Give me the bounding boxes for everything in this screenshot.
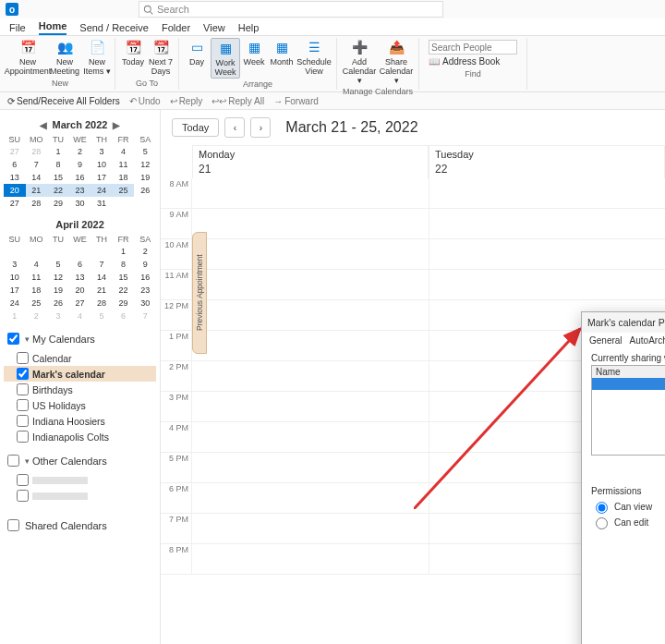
calendar-item-calendar[interactable]: Calendar xyxy=(4,350,156,366)
work-week-view-button[interactable]: ▦Work Week xyxy=(211,38,240,79)
calendar-item-birthdays[interactable]: Birthdays xyxy=(4,382,156,397)
dialog-tab-autoarchive[interactable]: AutoArchive xyxy=(630,335,665,347)
calendar-item-redacted-2[interactable] xyxy=(4,488,156,504)
mini-calendar-march[interactable]: SUMOTUWETHFRSA27281234567891011121314151… xyxy=(4,134,156,210)
reply-button[interactable]: ↩ Reply xyxy=(170,96,203,106)
send-receive-all-button[interactable]: ⟳ Send/Receive All Folders xyxy=(7,96,120,106)
forward-button[interactable]: → Forward xyxy=(273,96,319,106)
address-book-button[interactable]: 📖Address Book xyxy=(429,56,517,67)
ribbon: 📅New Appointment 👥New Meeting 📄New Items… xyxy=(0,35,665,92)
undo-button[interactable]: ↶ Undo xyxy=(129,96,161,106)
svg-line-1 xyxy=(151,11,153,14)
today-icon: 📆 xyxy=(125,40,141,56)
sharing-list[interactable]: NamePermission Level Can view xyxy=(591,365,665,456)
add-calendar-button[interactable]: ➕Add Calendar ▾ xyxy=(341,38,378,86)
month-view-button[interactable]: ▦Month xyxy=(268,38,296,67)
month-title-1: March 2022 xyxy=(53,119,108,130)
search-icon xyxy=(143,5,153,15)
tab-home[interactable]: Home xyxy=(39,20,67,35)
ribbon-tabs: File Home Send / Receive Folder View Hel… xyxy=(0,18,665,35)
meeting-icon: 👥 xyxy=(56,40,73,56)
reply-all-button[interactable]: ↩↩ Reply All xyxy=(212,96,264,106)
search-people-input[interactable] xyxy=(429,40,517,55)
can-view-radio[interactable]: Can view xyxy=(591,499,665,514)
day-icon: ▭ xyxy=(188,40,205,56)
day-column[interactable]: Monday21 xyxy=(192,145,429,178)
tab-file[interactable]: File xyxy=(9,22,26,35)
day-column[interactable]: Tuesday22 xyxy=(429,145,665,178)
titlebar: o Search xyxy=(0,0,665,18)
add-calendar-icon: ➕ xyxy=(351,40,368,56)
can-edit-radio[interactable]: Can edit xyxy=(591,515,665,529)
schedule-view-button[interactable]: ☰Schedule View xyxy=(296,38,332,77)
calendar-item-us-holidays[interactable]: US Holidays xyxy=(4,397,156,413)
book-icon: 📖 xyxy=(429,56,440,67)
work-week-icon: ▦ xyxy=(217,41,234,57)
svg-point-0 xyxy=(144,6,151,12)
next7-button[interactable]: 📆Next 7 Days xyxy=(147,38,175,77)
quick-action-bar: ⟳ Send/Receive All Folders ↶ Undo ↩ Repl… xyxy=(0,92,665,110)
today-button[interactable]: 📆Today xyxy=(119,38,147,67)
calendar-item-marks[interactable]: Mark's calendar xyxy=(4,366,156,382)
prev-month-button[interactable]: ◀ xyxy=(40,120,47,130)
mini-calendar-april[interactable]: SUMOTUWETHFRSA12345678910111213141516171… xyxy=(4,234,156,322)
tab-view[interactable]: View xyxy=(203,22,225,35)
week-view-icon: ▦ xyxy=(246,40,262,56)
share-calendar-button[interactable]: 📤Share Calendar ▾ xyxy=(378,38,415,86)
sharing-label: Currently sharing with: xyxy=(591,353,665,363)
my-calendars-header[interactable]: ▾My Calendars xyxy=(4,330,156,347)
sidebar: ◀March 2022▶ SUMOTUWETHFRSA2728123456789… xyxy=(0,110,161,644)
tab-send-receive[interactable]: Send / Receive xyxy=(79,22,149,35)
shared-calendars-header[interactable]: Shared Calendars xyxy=(4,516,156,534)
new-appointment-button[interactable]: 📅New Appointment xyxy=(9,38,46,77)
share-icon: 📤 xyxy=(388,40,405,56)
prev-period-button[interactable]: ‹ xyxy=(224,117,245,138)
schedule-icon: ☰ xyxy=(306,40,322,56)
calendar-item-colts[interactable]: Indianapolis Colts xyxy=(4,429,156,444)
items-icon: 📄 xyxy=(89,40,105,56)
month-title-2: April 2022 xyxy=(55,219,104,230)
next-period-button[interactable]: › xyxy=(250,117,271,138)
permissions-label: Permissions xyxy=(591,486,665,496)
day-view-button[interactable]: ▭Day xyxy=(183,38,211,67)
outlook-icon: o xyxy=(6,3,18,16)
tab-help[interactable]: Help xyxy=(238,22,260,35)
calendar-item-hoosiers[interactable]: Indiana Hoosiers xyxy=(4,413,156,429)
next-month-button[interactable]: ▶ xyxy=(113,120,120,130)
previous-appointment-tab[interactable]: Previous Appointment xyxy=(192,232,207,354)
month-icon: ▦ xyxy=(273,40,290,56)
go-today-button[interactable]: Today xyxy=(172,118,219,137)
sharing-row-selected[interactable]: Can view xyxy=(592,378,665,390)
properties-dialog: Mark's calendar Properties✕ General Auto… xyxy=(581,311,665,644)
date-range-title: March 21 - 25, 2022 xyxy=(285,119,417,136)
new-items-button[interactable]: 📄New Items ▾ xyxy=(83,38,111,77)
calendar-main: Today ‹ › March 21 - 25, 2022 Monday21Tu… xyxy=(161,110,665,644)
tab-folder[interactable]: Folder xyxy=(162,22,190,35)
search-input[interactable]: Search xyxy=(139,1,443,18)
calendar-item-redacted-1[interactable] xyxy=(4,472,156,488)
week-icon: 📆 xyxy=(152,40,169,56)
new-meeting-button[interactable]: 👥New Meeting xyxy=(46,38,83,77)
dialog-title: Mark's calendar Properties xyxy=(587,317,665,328)
dialog-tab-general[interactable]: General xyxy=(589,335,623,347)
other-calendars-header[interactable]: ▾Other Calendars xyxy=(4,452,156,469)
calendar-icon: 📅 xyxy=(19,40,36,56)
week-view-button[interactable]: ▦Week xyxy=(240,38,268,67)
